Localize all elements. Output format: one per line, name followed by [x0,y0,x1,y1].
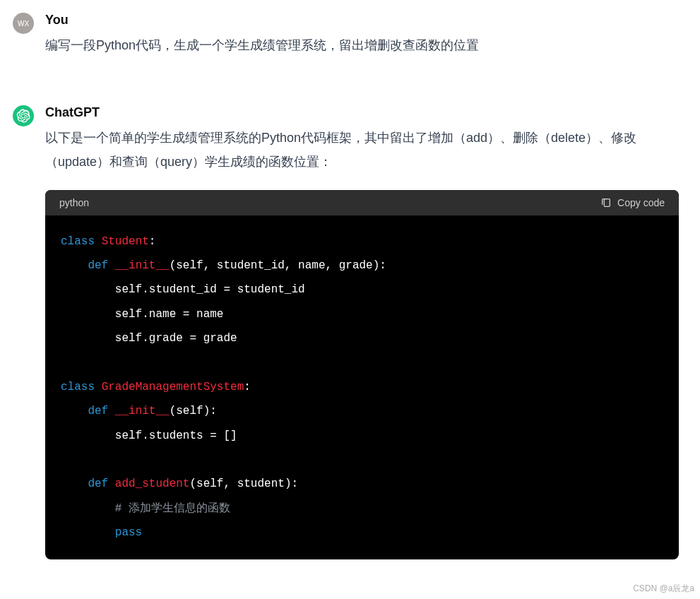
keyword-def: def [88,405,108,417]
assistant-message: ChatGPT 以下是一个简单的学生成绩管理系统的Python代码框架，其中留出… [0,93,700,559]
chatgpt-logo-icon [16,109,30,123]
code-language: python [59,197,89,208]
line-students: self.students = [] [115,429,237,442]
class-gms: GradeManagementSystem [102,381,244,393]
copy-code-button[interactable]: Copy code [600,197,665,208]
assistant-avatar [13,105,34,126]
comment-add: # 添加学生信息的函数 [115,502,230,515]
line-name: self.name = name [115,308,224,321]
assistant-text: 以下是一个简单的学生成绩管理系统的Python代码框架，其中留出了增加（add）… [45,126,679,174]
func-init: __init__ [115,405,170,417]
keyword-class: class [61,235,95,248]
code-header: python Copy code [45,190,679,215]
copy-label: Copy code [617,197,665,208]
code-block: python Copy code class Student: def __in… [45,190,679,559]
line-sid: self.student_id = student_id [115,283,305,296]
user-content: You 编写一段Python代码，生成一个学生成绩管理系统，留出增删改查函数的位… [45,13,686,57]
line-grade: self.grade = grade [115,332,237,345]
func-add: add_student [115,478,190,490]
params-init-student: (self, student_id, name, grade): [170,259,386,272]
params-add: (self, student): [189,478,298,490]
user-text: 编写一段Python代码，生成一个学生成绩管理系统，留出增删改查函数的位置 [45,33,679,57]
assistant-author: ChatGPT [45,105,679,120]
keyword-pass: pass [115,526,142,539]
clipboard-icon [600,197,612,208]
user-avatar: WX [13,13,34,34]
keyword-class: class [61,381,95,393]
keyword-def: def [88,478,108,490]
colon: : [244,381,251,393]
watermark: CSDN @a辰龙a [633,583,694,595]
func-init: __init__ [115,259,170,272]
user-author: You [45,13,679,28]
user-message: WX You 编写一段Python代码，生成一个学生成绩管理系统，留出增删改查函… [0,0,700,57]
code-body[interactable]: class Student: def __init__(self, studen… [45,215,679,559]
keyword-def: def [88,259,108,272]
assistant-content: ChatGPT 以下是一个简单的学生成绩管理系统的Python代码框架，其中留出… [45,105,686,559]
avatar-initials: WX [18,20,29,28]
svg-rect-0 [604,198,610,206]
params-init-gms: (self): [170,405,217,417]
class-student: Student [102,235,149,248]
colon: : [149,235,156,248]
